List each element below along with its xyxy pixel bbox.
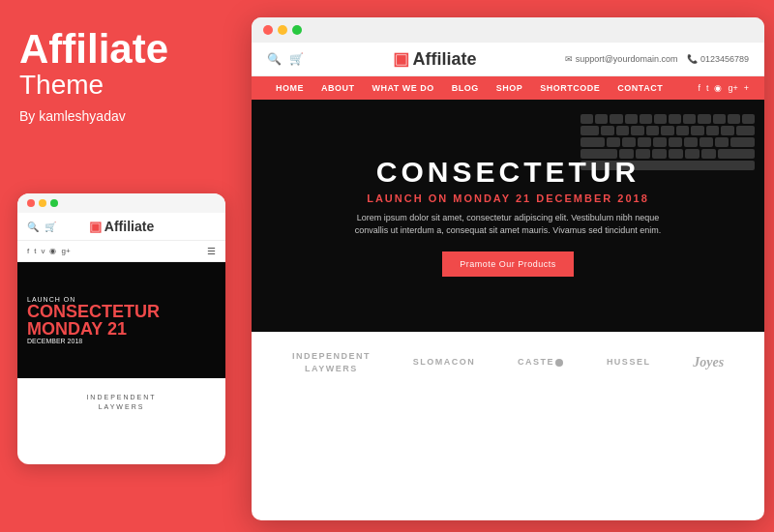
mobile-search-icon: 🔍: [27, 222, 39, 232]
desktop-cart-icon[interactable]: 🛒: [289, 52, 304, 66]
mobile-nav: 🔍 🛒 ▣ Affiliate: [17, 213, 225, 241]
mobile-logo-icon: ▣: [89, 219, 102, 234]
instagram-icon: ◉: [49, 247, 56, 255]
nav-blog[interactable]: BLOG: [443, 76, 488, 100]
mobile-hero-title: CONSECTETUR MONDAY 21: [27, 303, 160, 338]
desktop-logo-text: Affiliate: [413, 49, 477, 70]
mobile-hero-title-red: MONDAY 21: [27, 319, 127, 339]
nav-facebook-icon[interactable]: f: [698, 83, 700, 93]
desktop-logo: ▣ Affiliate: [393, 48, 477, 70]
desktop-logo-icon: ▣: [393, 48, 409, 70]
desktop-titlebar: [252, 17, 764, 43]
nav-home[interactable]: HOME: [267, 76, 313, 100]
hero-sub-red: MONDAY 21: [453, 192, 531, 204]
nav-about[interactable]: ABOUT: [313, 76, 364, 100]
brand-joyes: Joyes: [693, 353, 724, 372]
mobile-dot-yellow: [39, 199, 46, 207]
desktop-phone: 📞 0123456789: [687, 54, 749, 64]
mobile-nav-icons: 🔍 🛒: [27, 222, 56, 232]
nav-more-icon[interactable]: +: [744, 83, 749, 93]
brand-slomacon: SLOMACON: [413, 356, 476, 369]
desktop-header-right: ✉ support@yourdomain.com 📞 0123456789: [565, 54, 749, 64]
hero-sub-prefix: LAUNCH ON: [367, 192, 448, 204]
mobile-logo: ▣ Affiliate: [89, 219, 154, 234]
google-icon: g+: [61, 247, 70, 255]
mobile-cart-icon: 🛒: [45, 222, 56, 232]
promote-button[interactable]: Pramote Our Products: [442, 251, 574, 277]
left-by: By kamleshyadav: [19, 108, 213, 124]
brand-independent: INDEPENDENTLAYWERS: [292, 350, 371, 374]
nav-instagram-icon[interactable]: ◉: [714, 83, 722, 93]
desktop-dot-yellow: [278, 25, 287, 35]
mobile-bottom: INDEPENDENT LAYWERS: [17, 378, 225, 427]
desktop-hero-title: CONSECTETUR: [353, 156, 663, 189]
nav-twitter-icon[interactable]: t: [706, 83, 709, 93]
casted-dot: [555, 359, 563, 367]
desktop-header-left: 🔍 🛒: [267, 52, 304, 66]
desktop-nav-social: f t ◉ g+ +: [698, 83, 749, 93]
nav-shop[interactable]: SHOP: [488, 76, 532, 100]
vimeo-icon: v: [41, 247, 45, 255]
nav-shortcode[interactable]: SHORTCODE: [531, 76, 609, 100]
left-title: Affiliate: [19, 29, 213, 70]
desktop-hero-text: Lorem ipsum dolor sit amet, consectetur …: [353, 212, 663, 238]
desktop-mockup: 🔍 🛒 ▣ Affiliate ✉ support@yourdomain.com…: [252, 17, 764, 520]
mobile-social-bar: f t v ◉ g+ ☰: [17, 241, 225, 262]
mobile-social-icons: f t v ◉ g+: [27, 247, 71, 255]
desktop-header: 🔍 🛒 ▣ Affiliate ✉ support@yourdomain.com…: [252, 43, 764, 76]
desktop-hero-content: CONSECTETUR LAUNCH ON MONDAY 21 DECEMBER…: [353, 156, 663, 277]
mobile-titlebar: [17, 193, 225, 213]
desktop-dot-red: [263, 25, 273, 35]
mobile-hero: LAUNCH ON CONSECTETUR MONDAY 21 DECEMBER…: [17, 262, 225, 378]
mobile-dot-green: [50, 199, 58, 207]
left-panel: Affiliate Theme By kamleshyadav: [19, 29, 213, 143]
desktop-hero: CONSECTETUR LAUNCH ON MONDAY 21 DECEMBER…: [252, 100, 764, 332]
mobile-brand: INDEPENDENT LAYWERS: [27, 393, 216, 412]
mobile-logo-text: Affiliate: [104, 219, 154, 234]
twitter-icon: t: [34, 247, 36, 255]
desktop-email: ✉ support@yourdomain.com: [565, 54, 677, 64]
desktop-nav: HOME ABOUT WHAT WE DO BLOG SHOP SHORTCOD…: [252, 76, 764, 100]
facebook-icon: f: [27, 247, 29, 255]
hamburger-icon[interactable]: ☰: [207, 246, 216, 256]
mobile-dot-red: [27, 199, 35, 207]
brand-hussel: HUSSEL: [607, 356, 651, 369]
desktop-search-icon[interactable]: 🔍: [267, 52, 282, 66]
hero-sub-suffix: DECEMBER 2018: [536, 192, 648, 204]
brand-casted: CASTE: [518, 356, 564, 369]
desktop-hero-subtitle: LAUNCH ON MONDAY 21 DECEMBER 2018: [353, 192, 663, 204]
brands-row: INDEPENDENTLAYWERS SLOMACON CASTE HUSSEL…: [252, 332, 764, 392]
mobile-hero-title-text: CONSECTETUR: [27, 302, 160, 321]
left-subtitle: Theme: [19, 70, 213, 101]
nav-google-icon[interactable]: g+: [728, 83, 737, 93]
nav-what-we-do[interactable]: WHAT WE DO: [364, 76, 443, 100]
mobile-hero-sub: DECEMBER 2018: [27, 338, 82, 344]
mobile-mockup: 🔍 🛒 ▣ Affiliate f t v ◉ g+ ☰ LAUNCH ON C…: [17, 193, 225, 464]
nav-contact[interactable]: CONTACT: [609, 76, 671, 100]
desktop-dot-green: [292, 25, 302, 35]
